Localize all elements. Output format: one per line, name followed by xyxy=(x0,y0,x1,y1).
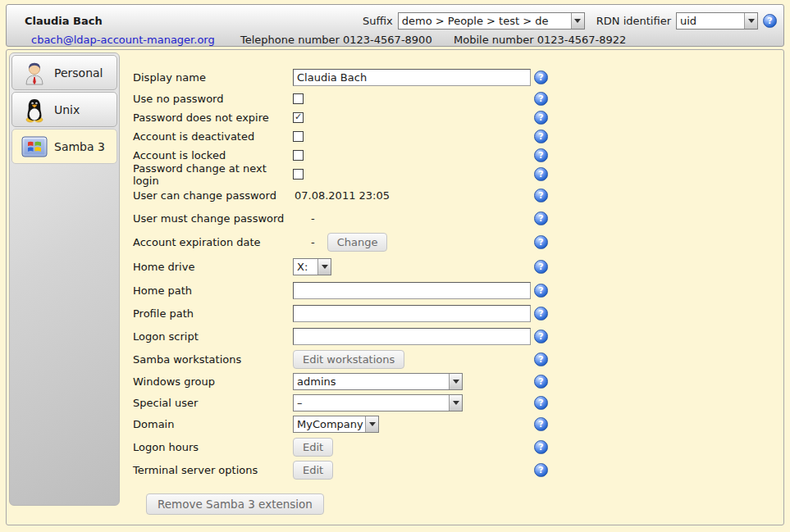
help-icon[interactable]: ? xyxy=(534,92,548,106)
form-row: Domain MyCompany ? xyxy=(133,413,779,435)
tab-label: Personal xyxy=(49,66,103,80)
account-content: Personal Unix xyxy=(6,49,784,525)
form-row: Windows group admins ? xyxy=(133,371,779,392)
home-drive-select[interactable]: X: xyxy=(293,258,331,275)
tab-unix[interactable]: Unix xyxy=(11,92,117,127)
help-icon[interactable]: ? xyxy=(534,284,548,298)
form-row: Home path ? xyxy=(133,279,779,302)
logon-hours-edit-button[interactable]: Edit xyxy=(293,438,333,457)
field-label: Home path xyxy=(133,284,293,297)
header-top-row: Claudia Bach Suffix demo > People > test… xyxy=(7,11,777,30)
suffix-select-value: demo > People > test > de xyxy=(399,13,571,29)
tab-samba3[interactable]: Samba 3 xyxy=(11,129,117,164)
help-icon[interactable]: ? xyxy=(534,396,548,410)
help-icon[interactable]: ? xyxy=(534,260,548,274)
help-icon[interactable]: ? xyxy=(534,148,548,162)
help-icon[interactable]: ? xyxy=(534,167,548,181)
home-drive-select-value: X: xyxy=(294,259,317,275)
rdn-label: RDN identifier xyxy=(596,15,671,27)
change-button[interactable]: Change xyxy=(327,233,388,252)
windows-group-select-value: admins xyxy=(294,374,449,389)
help-icon[interactable]: ? xyxy=(534,70,548,84)
form-row: Logon script ? xyxy=(133,325,779,348)
help-icon[interactable]: ? xyxy=(534,330,548,343)
field-label: Domain xyxy=(133,418,293,430)
help-icon[interactable]: ? xyxy=(534,375,548,389)
field-label: Display name xyxy=(133,71,293,84)
user-icon xyxy=(20,60,49,86)
field-label: User can change password xyxy=(133,189,293,202)
account-title: Claudia Bach xyxy=(25,15,103,27)
samba3-form: Display name ? Use no password ? Passwor… xyxy=(120,50,779,515)
module-tab-bar: Personal Unix xyxy=(9,52,120,506)
help-icon[interactable]: ? xyxy=(534,189,548,202)
field-label: Password change at next login xyxy=(133,162,293,187)
email-link[interactable]: cbach@ldap-account-manager.org xyxy=(31,34,215,46)
help-icon[interactable]: ? xyxy=(763,14,777,28)
home-path-input[interactable] xyxy=(293,282,531,299)
help-icon[interactable]: ? xyxy=(534,111,548,125)
user-can-change-password-value: 07.08.2011 23:05 xyxy=(293,189,390,202)
tab-label: Unix xyxy=(49,103,80,116)
help-icon[interactable]: ? xyxy=(534,211,548,225)
chevron-down-icon xyxy=(317,259,331,275)
logon-script-input[interactable] xyxy=(293,328,531,345)
windows-icon xyxy=(20,136,49,157)
remove-samba3-button[interactable]: Remove Samba 3 extension xyxy=(146,493,324,515)
terminal-server-edit-button[interactable]: Edit xyxy=(293,461,333,480)
help-icon[interactable]: ? xyxy=(534,463,548,477)
rdn-select[interactable]: uid xyxy=(676,12,758,30)
form-row: User can change password 07.08.2011 23:0… xyxy=(133,184,779,207)
help-icon[interactable]: ? xyxy=(534,235,548,249)
form-row: User must change password - ? xyxy=(133,207,779,230)
field-label: Account is locked xyxy=(133,149,293,161)
rdn-select-value: uid xyxy=(677,13,744,29)
password-does-not-expire-checkbox[interactable] xyxy=(293,112,304,123)
account-deactivated-checkbox[interactable] xyxy=(293,131,304,142)
form-row: Password does not expire ? xyxy=(133,108,779,127)
form-row: Terminal server options Edit ? xyxy=(133,458,779,481)
domain-select[interactable]: MyCompany xyxy=(293,416,379,433)
chevron-down-icon xyxy=(571,13,584,29)
domain-select-value: MyCompany xyxy=(294,416,365,432)
profile-path-input[interactable] xyxy=(293,305,531,322)
tux-icon xyxy=(20,97,49,123)
telephone-number: Telephone number 0123-4567-8900 xyxy=(240,34,432,46)
use-no-password-checkbox[interactable] xyxy=(293,93,304,104)
password-change-next-login-checkbox[interactable] xyxy=(293,169,304,180)
suffix-select[interactable]: demo > People > test > de xyxy=(398,12,585,30)
windows-group-select[interactable]: admins xyxy=(293,373,463,390)
form-row: Home drive X: ? xyxy=(133,255,779,279)
field-label: User must change password xyxy=(133,212,293,225)
field-label: Special user xyxy=(133,397,293,409)
form-row: Account is deactivated ? xyxy=(133,127,779,146)
account-header: Claudia Bach Suffix demo > People > test… xyxy=(6,4,784,47)
help-icon[interactable]: ? xyxy=(534,440,548,454)
form-row: Display name ? xyxy=(133,65,779,89)
field-label: Samba workstations xyxy=(133,353,293,366)
tab-personal[interactable]: Personal xyxy=(11,55,117,90)
field-label: Terminal server options xyxy=(133,464,293,476)
form-row: Account expiration date - Change ? xyxy=(133,230,779,255)
user-must-change-password-value: - xyxy=(293,212,315,225)
field-label: Password does not expire xyxy=(133,111,293,124)
help-icon[interactable]: ? xyxy=(534,417,548,431)
header-bottom-row: cbach@ldap-account-manager.org Telephone… xyxy=(7,34,783,48)
tab-label: Samba 3 xyxy=(49,140,105,153)
help-icon[interactable]: ? xyxy=(534,352,548,366)
field-label: Use no password xyxy=(133,93,293,105)
help-icon[interactable]: ? xyxy=(534,130,548,143)
form-row: Samba workstations Edit workstations ? xyxy=(133,348,779,371)
special-user-select-value: – xyxy=(294,395,449,411)
suffix-label: Suffix xyxy=(363,15,393,27)
field-label: Home drive xyxy=(133,261,293,273)
field-label: Logon hours xyxy=(133,441,293,453)
help-icon[interactable]: ? xyxy=(534,307,548,321)
account-expiration-value: - xyxy=(293,236,315,248)
chevron-down-icon xyxy=(365,416,378,432)
special-user-select[interactable]: – xyxy=(293,394,463,412)
display-name-input[interactable] xyxy=(293,69,531,86)
account-locked-checkbox[interactable] xyxy=(293,150,304,161)
form-row: Profile path ? xyxy=(133,302,779,325)
edit-workstations-button[interactable]: Edit workstations xyxy=(293,350,404,369)
